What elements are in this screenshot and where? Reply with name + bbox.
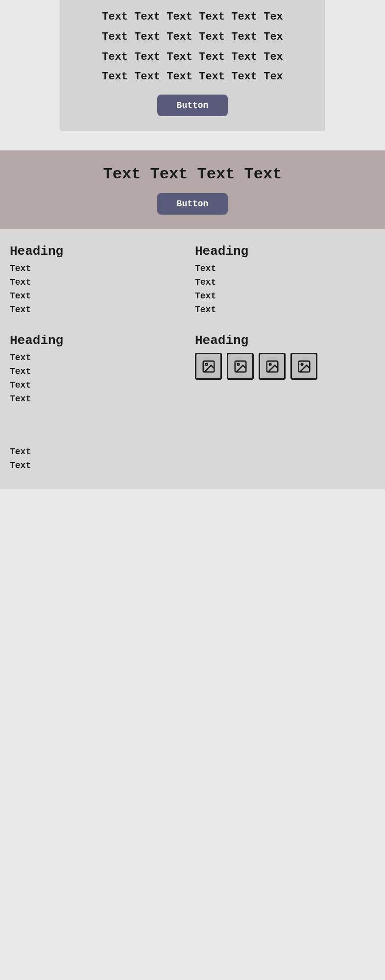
grid-text-1-2-4: Text xyxy=(195,305,375,315)
bottom-text-2: Text xyxy=(10,461,375,470)
grid-text-2-1-1: Text xyxy=(10,353,190,363)
grid-heading-2-1: Heading xyxy=(10,333,190,348)
grid-row-2: Heading Text Text Text Text Heading xyxy=(10,333,375,408)
svg-point-3 xyxy=(237,363,239,365)
band-section: Text Text Text Text Button xyxy=(0,150,385,229)
card-text-row-1: Text Text Text Text Text Tex xyxy=(75,10,310,25)
grid-col-1-1: Heading Text Text Text Text xyxy=(10,244,190,318)
image-placeholder-4 xyxy=(290,353,317,380)
image-placeholder-1 xyxy=(195,353,222,380)
card-text-row-4: Text Text Text Text Text Tex xyxy=(75,70,310,85)
grid-col-1-2: Heading Text Text Text Text xyxy=(195,244,375,318)
svg-point-1 xyxy=(205,363,207,365)
grid-text-1-2-1: Text xyxy=(195,264,375,273)
image-placeholder-3 xyxy=(259,353,286,380)
card-section: Text Text Text Text Text Tex Text Text T… xyxy=(60,0,325,131)
image-placeholder-2 xyxy=(227,353,254,380)
grid-text-1-1-3: Text xyxy=(10,291,190,301)
card-text-row-2: Text Text Text Text Text Tex xyxy=(75,30,310,45)
grid-heading-1-1: Heading xyxy=(10,244,190,259)
grid-col-2-1: Heading Text Text Text Text xyxy=(10,333,190,408)
bottom-section: Text Text xyxy=(0,437,385,489)
grid-text-1-1-4: Text xyxy=(10,305,190,315)
bottom-text-1: Text xyxy=(10,447,375,457)
svg-point-5 xyxy=(269,363,271,365)
svg-point-7 xyxy=(301,363,303,365)
band-title: Text Text Text Text xyxy=(10,165,375,183)
grid-heading-1-2: Heading xyxy=(195,244,375,259)
image-grid xyxy=(195,353,375,380)
grid-text-1-1-1: Text xyxy=(10,264,190,273)
grid-text-1-1-2: Text xyxy=(10,277,190,287)
grid-col-2-2: Heading xyxy=(195,333,375,408)
grid-text-2-1-4: Text xyxy=(10,394,190,404)
band-button[interactable]: Button xyxy=(157,193,228,215)
grid-row-1: Heading Text Text Text Text Heading Text… xyxy=(10,244,375,318)
card-button[interactable]: Button xyxy=(157,95,228,116)
card-text-row-3: Text Text Text Text Text Tex xyxy=(75,50,310,65)
gap-1 xyxy=(0,131,385,150)
grid-text-2-1-2: Text xyxy=(10,367,190,376)
grid-heading-2-2: Heading xyxy=(195,333,375,348)
grid-text-1-2-3: Text xyxy=(195,291,375,301)
grid-text-2-1-3: Text xyxy=(10,380,190,390)
grid-text-1-2-2: Text xyxy=(195,277,375,287)
grid-section: Heading Text Text Text Text Heading Text… xyxy=(0,229,385,437)
